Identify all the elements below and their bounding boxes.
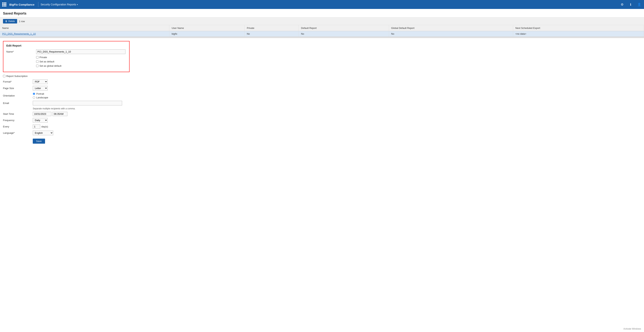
col-header-default-report: Default Report [299, 25, 389, 31]
private-label: Private [40, 56, 47, 59]
language-label: Language* [3, 132, 33, 134]
email-hint: Separate multiple recipients with a comm… [3, 107, 641, 110]
every-input[interactable] [33, 124, 40, 129]
start-time-inputs [33, 112, 68, 116]
orientation-label: Orientation [3, 94, 33, 97]
form-row-global-default: Set as global default [6, 65, 126, 67]
set-global-default-checkbox[interactable] [36, 65, 38, 67]
table-cell: <no data> [513, 31, 644, 37]
start-time-input[interactable] [52, 112, 68, 116]
landscape-label: Landscape [36, 96, 48, 99]
page-title: Saved Reports [3, 12, 641, 16]
report-name-input[interactable] [36, 49, 126, 54]
form-row-private: Private [6, 56, 126, 59]
form-row-subscription: Report Subscription [3, 75, 641, 78]
page-content: Saved Reports 🗑 Delete 1 row Name User N… [0, 9, 644, 332]
section-divider [0, 37, 644, 38]
table-cell: No [299, 31, 389, 37]
page-size-label: Page Size [3, 87, 33, 90]
saved-reports-table: Name User Name Private Default Report Gl… [0, 25, 644, 37]
form-row-orientation: Orientation Portrait Landscape [3, 92, 641, 99]
edit-report-section: Edit Report Name* Private Set as default [0, 38, 644, 147]
portrait-radio[interactable] [33, 93, 35, 95]
form-row-format: Format* PDF CSV Excel [3, 79, 641, 84]
every-unit: day(s) [41, 125, 48, 128]
page-title-bar: Saved Reports [0, 9, 644, 18]
every-label: Every [3, 125, 33, 128]
form-row-email: Email [3, 101, 641, 105]
trash-icon: 🗑 [5, 20, 8, 23]
report-name-link[interactable]: PCI_DSS_Requirements_1_10 [0, 31, 170, 37]
format-label: Format* [3, 80, 33, 83]
col-header-next-export: Next Scheduled Export [513, 25, 644, 31]
edit-report-title: Edit Report [6, 44, 126, 47]
name-label: Name* [6, 50, 36, 53]
orientation-radio-group: Portrait Landscape [33, 92, 48, 99]
form-row-every: Every day(s) [3, 124, 641, 129]
email-input[interactable] [33, 101, 122, 105]
nav-reports-menu[interactable]: Reports ▾ [67, 3, 78, 6]
col-header-private: Private [244, 25, 298, 31]
set-default-checkbox[interactable] [36, 60, 38, 63]
table-cell: No [244, 31, 298, 37]
brand-name: BigFix Compliance [9, 3, 34, 6]
save-button[interactable]: Save [33, 139, 45, 144]
table-row: PCI_DSS_Requirements_1_10bigfixNoNoNo<no… [0, 31, 644, 37]
col-header-global-default: Global Default Report [389, 25, 513, 31]
report-subscription-label: Report Subscription [6, 75, 28, 78]
edit-report-box: Edit Report Name* Private Set as default [3, 41, 130, 72]
form-row-page-size: Page Size Letter A4 [3, 86, 641, 91]
report-subscription-checkbox[interactable] [3, 75, 6, 77]
table-header-row: Name User Name Private Default Report Gl… [0, 25, 644, 31]
page-size-select[interactable]: Letter A4 [33, 86, 48, 91]
language-select[interactable]: English French German Spanish Japanese C… [33, 131, 53, 135]
col-header-name: Name [0, 25, 170, 31]
portrait-label: Portrait [36, 92, 44, 95]
info-icon[interactable]: ℹ [628, 2, 633, 7]
form-row-set-default: Set as default [6, 60, 126, 63]
row-count: 1 row [19, 20, 25, 23]
table-section: Name User Name Private Default Report Gl… [0, 25, 644, 37]
format-select[interactable]: PDF CSV Excel [33, 79, 48, 84]
landscape-radio[interactable] [33, 96, 35, 99]
activation-text: Activate Windows [623, 327, 641, 330]
form-row-name: Name* [6, 49, 126, 54]
private-checkbox[interactable] [36, 56, 38, 59]
table-cell: No [389, 31, 513, 37]
navbar: BigFix Compliance Security Configuration… [0, 0, 644, 9]
reports-caret-icon: ▾ [77, 4, 78, 6]
grid-menu-icon[interactable] [2, 3, 6, 7]
form-row-frequency: Frequency Daily Weekly Monthly [3, 118, 641, 123]
frequency-label: Frequency [3, 119, 33, 122]
set-default-label: Set as default [40, 60, 54, 63]
form-row-language: Language* English French German Spanish … [3, 131, 641, 135]
col-header-username: User Name [170, 25, 244, 31]
delete-button[interactable]: 🗑 Delete [3, 19, 17, 24]
table-cell: bigfix [170, 31, 244, 37]
nav-security-config[interactable]: Security Configuration [40, 3, 66, 6]
start-date-input[interactable] [33, 112, 51, 116]
toolbar: 🗑 Delete 1 row [0, 18, 644, 25]
set-global-default-label: Set as global default [40, 65, 62, 67]
settings-icon[interactable]: ⚙ [620, 2, 625, 7]
form-row-start-time: Start Time [3, 112, 641, 116]
frequency-select[interactable]: Daily Weekly Monthly [33, 118, 48, 123]
navbar-icons: ⚙ ℹ 👤 [620, 2, 642, 7]
user-icon[interactable]: 👤 [636, 2, 642, 7]
email-label: Email [3, 102, 33, 105]
start-time-label: Start Time [3, 113, 33, 115]
